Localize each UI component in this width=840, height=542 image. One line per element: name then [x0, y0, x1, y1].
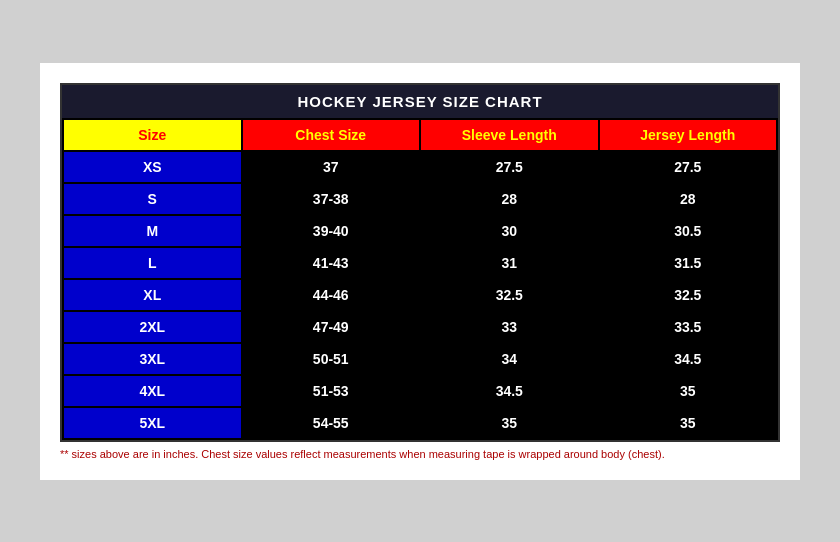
- page-wrapper: HOCKEY JERSEY SIZE CHART Size Chest Size…: [40, 63, 800, 480]
- cell-sleeve: 27.5: [420, 151, 599, 183]
- cell-jersey: 30.5: [599, 215, 778, 247]
- cell-chest: 37-38: [242, 183, 421, 215]
- table-row: M39-403030.5: [63, 215, 777, 247]
- cell-jersey: 35: [599, 407, 778, 439]
- cell-jersey: 33.5: [599, 311, 778, 343]
- footnote: ** sizes above are in inches. Chest size…: [60, 448, 780, 460]
- cell-sleeve: 33: [420, 311, 599, 343]
- cell-jersey: 28: [599, 183, 778, 215]
- cell-chest: 50-51: [242, 343, 421, 375]
- cell-sleeve: 31: [420, 247, 599, 279]
- cell-sleeve: 35: [420, 407, 599, 439]
- cell-size: 4XL: [63, 375, 242, 407]
- cell-size: 3XL: [63, 343, 242, 375]
- table-row: L41-433131.5: [63, 247, 777, 279]
- cell-chest: 47-49: [242, 311, 421, 343]
- table-row: XS3727.527.5: [63, 151, 777, 183]
- cell-chest: 37: [242, 151, 421, 183]
- table-row: S37-382828: [63, 183, 777, 215]
- table-row: 3XL50-513434.5: [63, 343, 777, 375]
- size-chart-table: Size Chest Size Sleeve Length Jersey Len…: [62, 118, 778, 440]
- cell-size: L: [63, 247, 242, 279]
- table-row: XL44-4632.532.5: [63, 279, 777, 311]
- cell-chest: 41-43: [242, 247, 421, 279]
- cell-jersey: 31.5: [599, 247, 778, 279]
- cell-sleeve: 30: [420, 215, 599, 247]
- header-sleeve: Sleeve Length: [420, 119, 599, 151]
- header-jersey: Jersey Length: [599, 119, 778, 151]
- table-row: 5XL54-553535: [63, 407, 777, 439]
- cell-jersey: 27.5: [599, 151, 778, 183]
- cell-chest: 44-46: [242, 279, 421, 311]
- footnote-text: ** sizes above are in inches. Chest size…: [60, 448, 665, 460]
- size-chart-container: HOCKEY JERSEY SIZE CHART Size Chest Size…: [60, 83, 780, 442]
- cell-size: M: [63, 215, 242, 247]
- cell-jersey: 35: [599, 375, 778, 407]
- header-size: Size: [63, 119, 242, 151]
- cell-sleeve: 28: [420, 183, 599, 215]
- table-row: 2XL47-493333.5: [63, 311, 777, 343]
- cell-size: XS: [63, 151, 242, 183]
- table-row: 4XL51-5334.535: [63, 375, 777, 407]
- cell-size: 2XL: [63, 311, 242, 343]
- cell-sleeve: 34.5: [420, 375, 599, 407]
- cell-jersey: 34.5: [599, 343, 778, 375]
- cell-jersey: 32.5: [599, 279, 778, 311]
- chart-title: HOCKEY JERSEY SIZE CHART: [62, 85, 778, 118]
- cell-size: 5XL: [63, 407, 242, 439]
- cell-size: S: [63, 183, 242, 215]
- cell-sleeve: 34: [420, 343, 599, 375]
- table-body: XS3727.527.5S37-382828M39-403030.5L41-43…: [63, 151, 777, 439]
- cell-chest: 51-53: [242, 375, 421, 407]
- cell-chest: 39-40: [242, 215, 421, 247]
- header-chest: Chest Size: [242, 119, 421, 151]
- cell-sleeve: 32.5: [420, 279, 599, 311]
- header-row: Size Chest Size Sleeve Length Jersey Len…: [63, 119, 777, 151]
- cell-size: XL: [63, 279, 242, 311]
- cell-chest: 54-55: [242, 407, 421, 439]
